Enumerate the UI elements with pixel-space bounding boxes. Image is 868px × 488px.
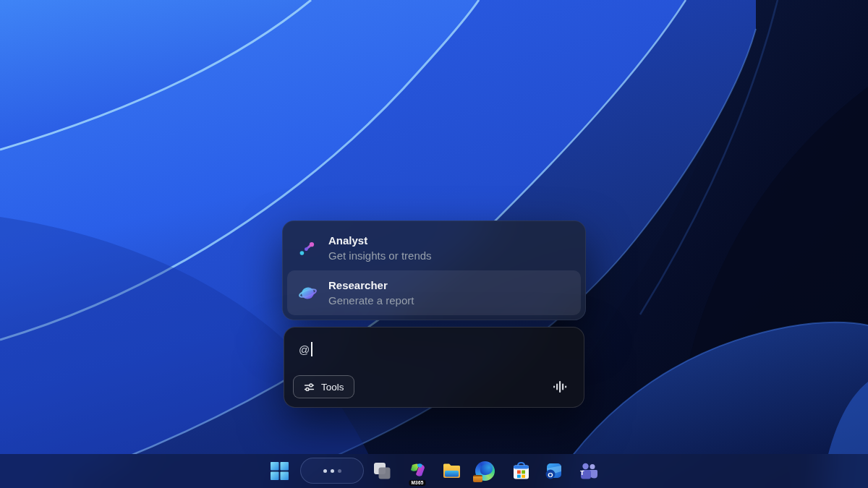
file-explorer-icon: [442, 461, 461, 481]
teams-app[interactable]: T: [574, 456, 603, 485]
outlook-app[interactable]: O: [539, 456, 568, 485]
planet-ring-icon: [297, 283, 318, 303]
text-caret: [311, 342, 312, 356]
typing-dot: [323, 469, 327, 473]
outlook-icon: O: [544, 461, 563, 481]
start-button[interactable]: [265, 456, 294, 485]
desktop: Analyst Get insights or trends: [0, 0, 868, 488]
menu-item-analyst[interactable]: Analyst Get insights or trends: [287, 226, 581, 270]
search-box[interactable]: [300, 458, 364, 484]
voice-input-button[interactable]: [552, 379, 568, 395]
menu-item-title: Researcher: [328, 278, 414, 293]
microsoft-store-icon: [511, 461, 531, 481]
typing-dot: [338, 469, 341, 473]
prompt-input[interactable]: @: [299, 342, 312, 356]
tools-button-label: Tools: [321, 382, 344, 393]
svg-text:O: O: [548, 470, 553, 478]
menu-item-researcher[interactable]: Researcher Generate a report: [287, 270, 581, 315]
windows-start-icon: [270, 461, 289, 481]
prompt-input-value: @: [299, 343, 310, 356]
menu-item-subtitle: Generate a report: [328, 293, 414, 308]
typing-dot: [331, 469, 334, 473]
tools-button[interactable]: Tools: [293, 375, 354, 398]
menu-item-subtitle: Get insights or trends: [328, 248, 432, 263]
m365-copilot-app[interactable]: M365: [403, 456, 432, 485]
waveform-icon: [552, 379, 568, 395]
task-view-button[interactable]: [367, 456, 396, 485]
teams-badge: T: [580, 470, 584, 476]
sliders-icon: [303, 381, 315, 393]
edge-browser-app[interactable]: [470, 456, 499, 485]
edge-icon: [475, 461, 495, 481]
m365-badge: M365: [409, 480, 425, 487]
prompt-composer: @ Tools: [284, 327, 584, 408]
agent-picker-menu: Analyst Get insights or trends: [282, 221, 586, 320]
file-explorer-app[interactable]: [437, 456, 466, 485]
menu-item-title: Analyst: [328, 233, 432, 248]
work-briefcase-badge-icon: [473, 475, 482, 482]
m365-copilot-icon: [408, 461, 427, 481]
microsoft-store-app[interactable]: [506, 456, 535, 485]
taskbar: M365: [0, 454, 868, 488]
task-view-icon: [373, 461, 391, 480]
trend-line-icon: [297, 238, 318, 258]
